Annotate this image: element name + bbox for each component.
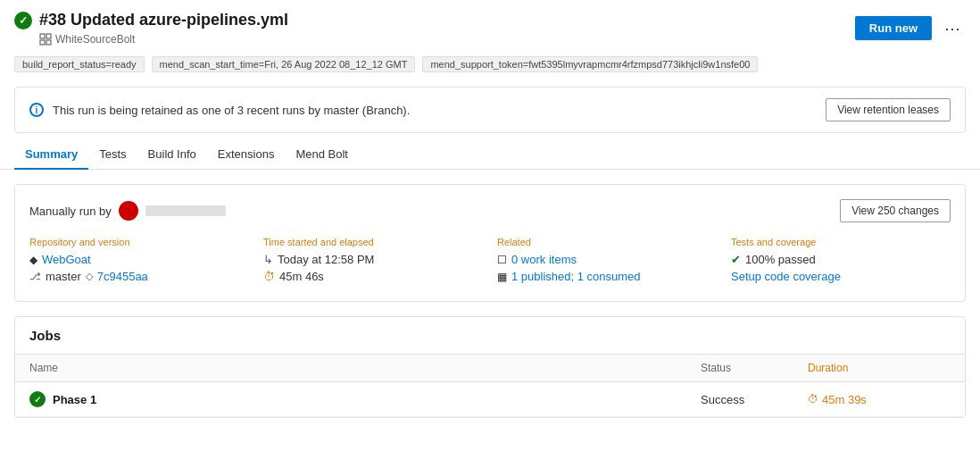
more-options-button[interactable]: ⋯ xyxy=(939,15,966,42)
tests-label: Tests and coverage xyxy=(731,237,951,247)
tests-col: Tests and coverage ✔ 100% passed Setup c… xyxy=(731,237,951,287)
col-duration-header: Duration xyxy=(808,362,951,374)
artifacts[interactable]: 1 published; 1 consumed xyxy=(511,270,641,283)
repo-name[interactable]: WebGoat xyxy=(42,253,91,266)
diamond-icon: ◆ xyxy=(29,254,37,266)
tab-mend-bolt[interactable]: Mend Bolt xyxy=(285,140,359,170)
time-started: Today at 12:58 PM xyxy=(278,253,374,266)
run-new-button[interactable]: Run new xyxy=(855,16,932,40)
jobs-section: Jobs Name Status Duration Phase 1 Succes… xyxy=(14,316,966,418)
header-actions: Run new ⋯ xyxy=(855,15,966,42)
tags-row: build_report_status=ready mend_scan_star… xyxy=(0,53,980,79)
svg-rect-0 xyxy=(40,34,45,38)
work-items[interactable]: 0 work items xyxy=(511,253,577,266)
package-icon: ▦ xyxy=(497,271,507,283)
setup-coverage-row: Setup code coverage xyxy=(731,270,951,283)
related-label: Related xyxy=(497,237,717,247)
tests-passed-row: ✔ 100% passed xyxy=(731,253,951,266)
col-status-header: Status xyxy=(701,362,808,374)
elapsed: 45m 46s xyxy=(279,270,324,283)
tab-bar: Summary Tests Build Info Extensions Mend… xyxy=(0,140,980,170)
subtitle-text: WhiteSourceBolt xyxy=(55,33,135,46)
table-row[interactable]: Phase 1 Success ⏱ 45m 39s xyxy=(15,382,965,417)
job-name: Phase 1 xyxy=(53,393,96,406)
setup-coverage[interactable]: Setup code coverage xyxy=(731,270,841,283)
pipeline-success-icon xyxy=(14,12,32,29)
col-name-header: Name xyxy=(29,362,701,374)
page-header: #38 Updated azure-pipelines.yml WhiteSou… xyxy=(0,0,980,53)
view-changes-button[interactable]: View 250 changes xyxy=(840,199,951,222)
job-success-icon xyxy=(29,391,46,407)
run-card-header: Manually run by View 250 changes xyxy=(29,199,951,222)
tab-tests[interactable]: Tests xyxy=(88,140,137,170)
repo-col: Repository and version ◆ WebGoat ⎇ maste… xyxy=(29,237,249,287)
time-label: Time started and elapsed xyxy=(263,237,483,247)
cursor-icon: ↳ xyxy=(263,253,273,266)
tag-1: mend_scan_start_time=Fri, 26 Aug 2022 08… xyxy=(152,56,416,72)
duration-value: 45m 39s xyxy=(822,393,867,406)
repo-label: Repository and version xyxy=(29,237,249,247)
branch-name: master xyxy=(46,270,81,283)
clock-icon: ⏱ xyxy=(263,270,275,283)
jobs-table-header: Name Status Duration xyxy=(15,355,965,382)
svg-rect-2 xyxy=(40,40,45,45)
commit-icon: ◇ xyxy=(86,271,93,282)
main-content: Manually run by View 250 changes Reposit… xyxy=(0,170,980,432)
retention-text: This run is being retained as one of 3 r… xyxy=(53,104,410,117)
title-row: #38 Updated azure-pipelines.yml xyxy=(14,11,288,29)
related-col: Related ☐ 0 work items ▦ 1 published; 1 … xyxy=(497,237,717,287)
page-title: #38 Updated azure-pipelines.yml xyxy=(39,11,288,29)
view-retention-button[interactable]: View retention leases xyxy=(826,98,951,121)
branch-icon: ⎇ xyxy=(29,271,41,282)
tests-passed-icon: ✔ xyxy=(731,253,741,266)
manually-run-label: Manually run by xyxy=(29,205,112,218)
duration-clock-icon: ⏱ xyxy=(808,393,818,405)
workitem-icon: ☐ xyxy=(497,254,507,266)
retention-info-bar: i This run is being retained as one of 3… xyxy=(14,87,966,133)
header-left: #38 Updated azure-pipelines.yml WhiteSou… xyxy=(14,11,288,46)
tag-2: mend_support_token=fwt5395lmyvrapmcmr4rf… xyxy=(422,56,758,72)
elapsed-row: ⏱ 45m 46s xyxy=(263,270,483,283)
job-status: Success xyxy=(701,393,808,406)
job-name-cell: Phase 1 xyxy=(29,391,701,407)
run-details-grid: Repository and version ◆ WebGoat ⎇ maste… xyxy=(29,237,951,287)
info-bar-left: i This run is being retained as one of 3… xyxy=(29,103,410,117)
tag-0: build_report_status=ready xyxy=(14,56,145,72)
branch-row: ⎇ master ◇ 7c9455aa xyxy=(29,270,249,283)
job-checkmark xyxy=(34,395,41,405)
user-name-blurred xyxy=(145,205,226,216)
artifacts-row: ▦ 1 published; 1 consumed xyxy=(497,270,717,283)
org-icon xyxy=(39,33,52,46)
checkmark xyxy=(19,14,28,27)
time-col: Time started and elapsed ↳ Today at 12:5… xyxy=(263,237,483,287)
run-card: Manually run by View 250 changes Reposit… xyxy=(14,184,966,302)
tests-passed: 100% passed xyxy=(745,253,816,266)
run-card-header-left: Manually run by xyxy=(29,201,226,221)
job-duration: ⏱ 45m 39s xyxy=(808,393,951,406)
jobs-title: Jobs xyxy=(15,317,965,355)
repo-name-row: ◆ WebGoat xyxy=(29,253,249,266)
work-items-row: ☐ 0 work items xyxy=(497,253,717,266)
commit-hash[interactable]: 7c9455aa xyxy=(97,270,148,283)
svg-rect-3 xyxy=(46,40,51,45)
tab-build-info[interactable]: Build Info xyxy=(137,140,207,170)
avatar xyxy=(119,201,138,221)
svg-rect-1 xyxy=(46,34,51,38)
info-icon: i xyxy=(29,103,44,117)
header-subtitle: WhiteSourceBolt xyxy=(39,33,288,46)
time-started-row: ↳ Today at 12:58 PM xyxy=(263,253,483,266)
tab-extensions[interactable]: Extensions xyxy=(207,140,286,170)
tab-summary[interactable]: Summary xyxy=(14,140,88,170)
